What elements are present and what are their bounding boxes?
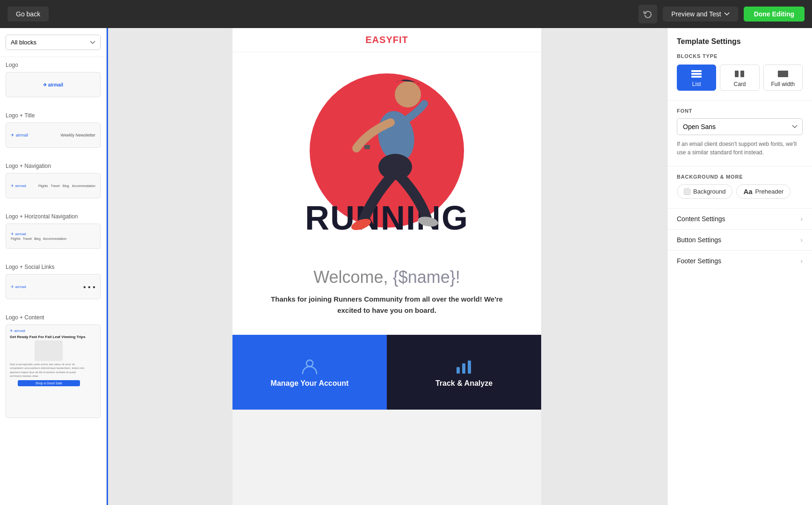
- preview-test-button[interactable]: Preview and Test: [663, 7, 738, 22]
- block-type-card[interactable]: Card: [720, 65, 759, 91]
- sidebar-section-logo: Logo ✈ airmail: [0, 57, 106, 108]
- sidebar-label-logo: Logo: [6, 62, 101, 68]
- sidebar-label-logo-title: Logo + Title: [6, 112, 101, 119]
- svg-point-0: [395, 81, 421, 108]
- sidebar-label-logo-content: Logo + Content: [6, 314, 101, 321]
- block-type-fullwidth[interactable]: Full width: [763, 65, 803, 91]
- svg-rect-14: [740, 71, 744, 77]
- hero-section: RUNNING: [232, 52, 541, 249]
- bg-swatch: [684, 188, 690, 195]
- font-note: If an email client doesn't support web f…: [677, 140, 803, 157]
- svg-rect-15: [778, 71, 788, 77]
- svg-rect-7: [457, 367, 460, 374]
- right-sidebar: Template Settings BLOCKS TYPE List: [667, 28, 812, 505]
- go-back-button[interactable]: Go back: [7, 7, 49, 22]
- sidebar-block-logo-h-nav[interactable]: ✈ airmail FlightsTravelBlogAccommodation: [6, 224, 101, 249]
- font-header: FONT: [677, 108, 803, 114]
- brand-logo: EASYFIT: [232, 35, 541, 45]
- welcome-title: Welcome, {$name}!: [261, 267, 513, 287]
- svg-point-4: [417, 215, 439, 228]
- bg-more-section: BACKGROUND & MORE Background Aa Preheade…: [667, 166, 812, 208]
- footer-settings-row[interactable]: Footer Settings ›: [667, 250, 812, 271]
- sidebar-block-logo-nav[interactable]: ✈ airmail FlightsTravelBlogAccommodation: [6, 173, 101, 198]
- left-sidebar: All blocks Headers Content Footers Logo …: [0, 28, 107, 505]
- bg-more-header: BACKGROUND & MORE: [677, 174, 803, 180]
- content-settings-row[interactable]: Content Settings ›: [667, 208, 812, 229]
- svg-rect-12: [691, 76, 702, 78]
- cta-right-label: Track & Analyze: [435, 379, 493, 388]
- history-button[interactable]: [638, 5, 657, 23]
- cta-left: Manage Your Account: [232, 335, 387, 410]
- block-filter-select[interactable]: All blocks Headers Content Footers: [6, 35, 101, 50]
- blocks-type-row: List Card Full width: [667, 65, 812, 100]
- email-header: EASYFIT: [232, 28, 541, 52]
- svg-rect-5: [364, 145, 370, 149]
- email-canvas: EASYFIT RUNNING: [232, 28, 541, 505]
- font-section: FONT Open Sans Arial Georgia Roboto If a…: [667, 100, 812, 166]
- sidebar-block-logo-social[interactable]: ✈ airmail ●●●: [6, 274, 101, 299]
- cta-left-label: Manage Your Account: [271, 379, 349, 388]
- sidebar-section-logo-content: Logo + Content ✈ airmail Get Ready Fast …: [0, 310, 106, 428]
- button-settings-row[interactable]: Button Settings ›: [667, 229, 812, 250]
- chevron-right-icon: ›: [800, 236, 803, 244]
- done-editing-button[interactable]: Done Editing: [744, 7, 805, 22]
- svg-rect-13: [735, 71, 739, 77]
- preheader-pill[interactable]: Aa Preheader: [736, 184, 790, 199]
- bg-more-row: Background Aa Preheader: [677, 184, 803, 199]
- cta-section: Manage Your Account Track & Analyze: [232, 335, 541, 410]
- right-sidebar-title: Template Settings: [667, 37, 812, 53]
- block-type-list[interactable]: List: [677, 65, 716, 91]
- topbar: Go back Preview and Test Done Editing: [0, 0, 812, 28]
- welcome-body: Thanks for joining Runners Community fro…: [261, 294, 513, 316]
- welcome-section: Welcome, {$name}! Thanks for joining Run…: [232, 249, 541, 335]
- chevron-right-icon: ›: [800, 215, 803, 223]
- sidebar-label-logo-social: Logo + Social Links: [6, 264, 101, 270]
- background-pill[interactable]: Background: [677, 184, 732, 199]
- sidebar-section-logo-title: Logo + Title ✈ airmail Weekly Newsletter: [0, 108, 106, 158]
- font-select[interactable]: Open Sans Arial Georgia Roboto: [677, 118, 803, 135]
- main-layout: All blocks Headers Content Footers Logo …: [0, 28, 812, 505]
- sidebar-block-logo-content[interactable]: ✈ airmail Get Ready Fast For Fall Leaf V…: [6, 325, 101, 418]
- sidebar-section-logo-social: Logo + Social Links ✈ airmail ●●●: [0, 259, 106, 310]
- chevron-right-icon: ›: [800, 257, 803, 265]
- sidebar-section-logo-h-nav: Logo + Horizontal Navigation ✈ airmail F…: [0, 209, 106, 259]
- sidebar-label-logo-h-nav: Logo + Horizontal Navigation: [6, 213, 101, 220]
- svg-rect-11: [691, 73, 702, 75]
- hero-runner-figure: [232, 52, 541, 249]
- svg-rect-9: [468, 361, 471, 374]
- vertical-blue-line: [107, 28, 108, 505]
- sidebar-block-logo-title[interactable]: ✈ airmail Weekly Newsletter: [6, 123, 101, 148]
- preview-area: EASYFIT RUNNING: [107, 28, 667, 505]
- sidebar-label-logo-nav: Logo + Navigation: [6, 163, 101, 169]
- svg-rect-10: [691, 70, 702, 72]
- cta-right: Track & Analyze: [387, 335, 541, 410]
- block-filter: All blocks Headers Content Footers: [0, 28, 106, 57]
- sidebar-section-logo-nav: Logo + Navigation ✈ airmail FlightsTrave…: [0, 158, 106, 209]
- svg-point-6: [306, 360, 313, 367]
- sidebar-block-logo[interactable]: ✈ airmail: [6, 72, 101, 97]
- svg-rect-8: [462, 363, 465, 374]
- blocks-type-header: BLOCKS TYPE: [667, 53, 812, 65]
